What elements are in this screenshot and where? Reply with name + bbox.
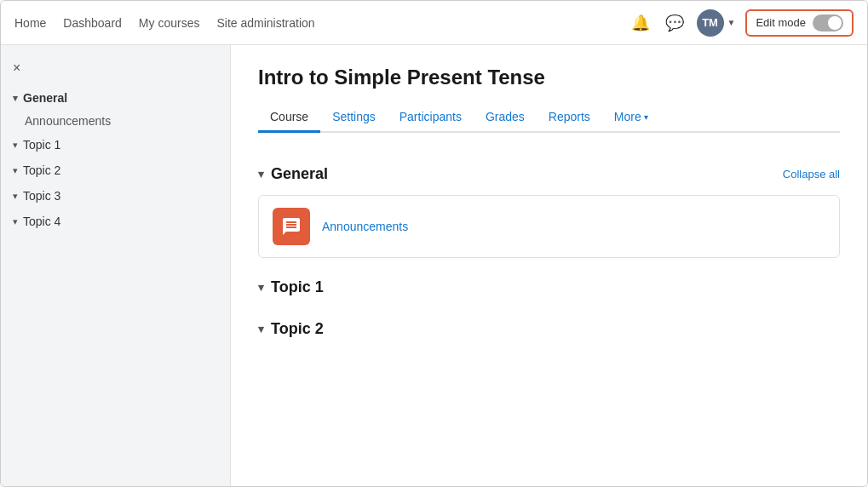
sidebar-topic-3[interactable]: ▾ Topic 3 [1,183,230,209]
tab-reports[interactable]: Reports [537,103,602,133]
sidebar-topic4-label: Topic 4 [23,215,60,228]
section-topic1-title[interactable]: ▾ Topic 1 [258,278,324,296]
course-tabs: Course Settings Participants Grades Repo… [258,103,840,133]
activity-announcements: Announcements [258,195,840,258]
avatar: TM [697,9,724,37]
tab-participants[interactable]: Participants [388,103,474,133]
tab-more[interactable]: More ▾ [602,103,660,133]
sidebar-topic2-chevron: ▾ [13,165,18,176]
sidebar-general-chevron: ▾ [13,93,18,104]
section-general-header: ▾ General Collapse all [258,153,840,195]
section-topic2-header: ▾ Topic 2 [258,308,840,350]
page-wrapper: Home Dashboard My courses Site administr… [0,0,868,487]
sidebar-topic3-label: Topic 3 [23,189,60,203]
user-menu[interactable]: TM ▼ [697,9,736,37]
section-topic1: ▾ Topic 1 [258,266,840,308]
forum-svg [281,216,302,237]
sidebar-close-button[interactable]: × [1,55,230,86]
body-layout: × ▾ General Announcements ▾ Topic 1 ▾ To… [1,45,867,486]
notifications-icon[interactable]: 🔔 [629,11,652,35]
sidebar-topic4-chevron: ▾ [13,216,18,227]
section-general: ▾ General Collapse all Announcements [258,153,840,258]
tab-settings[interactable]: Settings [320,103,388,133]
section-topic1-header: ▾ Topic 1 [258,266,840,308]
sidebar-general-label: General [23,91,67,105]
section-topic2-label: Topic 2 [271,320,324,338]
user-menu-arrow: ▼ [727,18,736,27]
section-general-label: General [271,165,328,183]
nav-my-courses[interactable]: My courses [139,16,200,30]
announcements-icon [273,208,310,245]
sidebar-section-general[interactable]: ▾ General [1,86,230,110]
section-general-title[interactable]: ▾ General [258,165,328,183]
section-topic1-label: Topic 1 [271,278,324,296]
collapse-all-button[interactable]: Collapse all [783,168,840,180]
sidebar-topic1-label: Topic 1 [23,138,60,152]
nav-dashboard[interactable]: Dashboard [63,16,122,30]
sidebar-topic3-chevron: ▾ [13,191,18,202]
sidebar-topic-1[interactable]: ▾ Topic 1 [1,132,230,158]
top-nav: Home Dashboard My courses Site administr… [1,1,867,45]
nav-site-admin[interactable]: Site administration [216,16,314,30]
announcements-link[interactable]: Announcements [322,220,408,233]
sidebar-topic2-label: Topic 2 [23,163,60,177]
tab-grades[interactable]: Grades [474,103,537,133]
sidebar-announcements[interactable]: Announcements [1,110,230,132]
nav-right: 🔔 💬 TM ▼ Edit mode [629,9,854,37]
section-topic2-title[interactable]: ▾ Topic 2 [258,320,324,338]
section-general-chevron: ▾ [258,168,264,180]
nav-home[interactable]: Home [14,16,46,30]
edit-mode-toggle[interactable] [813,14,843,32]
tab-more-label: More [614,110,641,123]
nav-links: Home Dashboard My courses Site administr… [14,16,315,30]
sidebar-topic-4[interactable]: ▾ Topic 4 [1,209,230,234]
tab-more-arrow: ▾ [644,112,648,122]
main-content: Intro to Simple Present Tense Course Set… [231,45,867,486]
messages-icon[interactable]: 💬 [663,11,687,35]
section-topic2-chevron: ▾ [258,323,264,335]
edit-mode-label: Edit mode [756,16,806,29]
section-topic2: ▾ Topic 2 [258,308,840,350]
tab-course[interactable]: Course [258,103,320,133]
edit-mode-button[interactable]: Edit mode [745,9,854,37]
sidebar: × ▾ General Announcements ▾ Topic 1 ▾ To… [1,45,231,486]
page-title: Intro to Simple Present Tense [258,66,840,89]
sidebar-topic1-chevron: ▾ [13,140,18,151]
section-topic1-chevron: ▾ [258,281,264,294]
sidebar-topic-2[interactable]: ▾ Topic 2 [1,158,230,183]
